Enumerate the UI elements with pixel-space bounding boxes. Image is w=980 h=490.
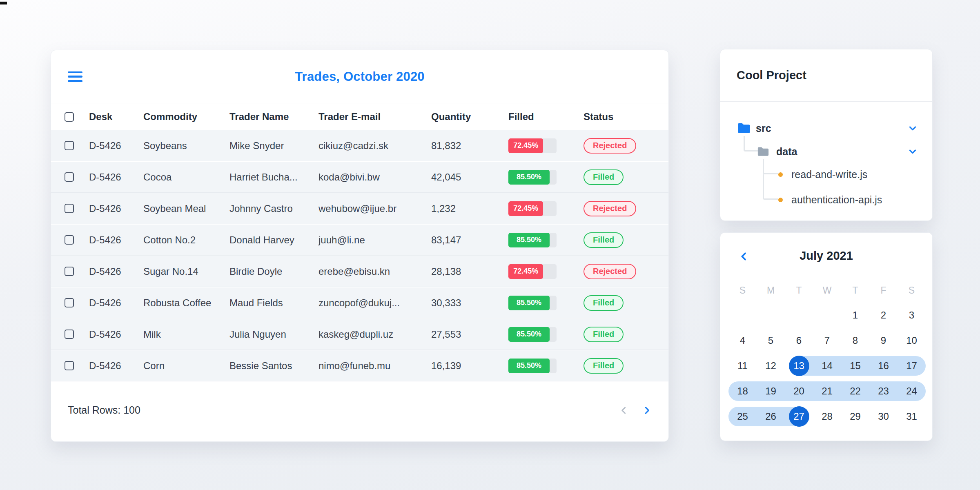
calendar-day[interactable]: 27 [785, 404, 813, 429]
status-badge: Rejected [584, 138, 636, 154]
row-checkbox[interactable] [65, 172, 74, 182]
calendar-day[interactable]: 13 [785, 353, 813, 379]
menu-icon[interactable] [68, 71, 82, 82]
calendar-day[interactable]: 21 [813, 379, 841, 404]
chevron-down-icon[interactable] [907, 123, 918, 134]
tree-item-src[interactable]: src [737, 119, 771, 137]
calendar-week-row: 25262728293031 [728, 404, 926, 429]
row-checkbox[interactable] [65, 267, 74, 276]
tree-item-label: authentication-api.js [791, 194, 882, 206]
tree-item-file[interactable]: read-and-write.js [778, 165, 867, 183]
calendar-day[interactable]: 28 [813, 404, 841, 429]
row-checkbox[interactable] [65, 361, 74, 370]
tree-connector [763, 159, 778, 174]
col-header-trader-name: Trader Name [229, 111, 318, 122]
status-badge: Filled [584, 232, 624, 248]
filled-progress-bar: 85.50% [508, 359, 557, 373]
calendar-day[interactable]: 18 [728, 379, 757, 404]
calendar-day[interactable]: 5 [757, 328, 785, 353]
filled-percent-label: 85.50% [517, 361, 541, 370]
calendar-day[interactable]: 26 [757, 404, 785, 429]
calendar-day[interactable]: 30 [869, 404, 898, 429]
calendar-grid: 1234567891011121314151617181920212223242… [728, 303, 926, 429]
calendar-day[interactable]: 20 [785, 379, 813, 404]
calendar-day[interactable]: 14 [813, 353, 841, 379]
day-of-week-label: T [785, 282, 813, 299]
calendar-day[interactable]: 2 [869, 303, 898, 328]
row-checkbox[interactable] [65, 204, 74, 213]
cell-trader-name: Maud Fields [229, 297, 318, 309]
calendar-day[interactable]: 29 [841, 404, 869, 429]
cell-quantity: 30,333 [431, 297, 508, 309]
cell-trader-name: Harriet Bucha... [229, 172, 318, 183]
cell-trader-email: zuncopof@dukuj... [318, 297, 431, 309]
row-checkbox[interactable] [65, 141, 74, 150]
calendar-day[interactable]: 24 [898, 379, 926, 404]
calendar-day[interactable]: 12 [757, 353, 785, 379]
cell-trader-name: Bessie Santos [229, 360, 318, 372]
table-row: D-5426 Sugar No.14 Birdie Doyle erebe@eb… [51, 256, 668, 287]
table-row: D-5426 Corn Bessie Santos nimo@funeb.mu … [51, 350, 668, 381]
select-all-checkbox[interactable] [65, 112, 74, 122]
cell-desk: D-5426 [89, 329, 143, 340]
tree-item-file[interactable]: authentication-api.js [778, 191, 882, 209]
calendar-day[interactable]: 23 [869, 379, 898, 404]
calendar-day[interactable]: 31 [898, 404, 926, 429]
col-header-status: Status [584, 111, 655, 122]
tree-connector [744, 136, 758, 151]
cell-commodity: Sugar No.14 [143, 266, 229, 277]
col-header-trader-email: Trader E-mail [318, 111, 431, 122]
trades-title: Trades, October 2020 [51, 69, 668, 84]
table-row: D-5426 Cocoa Harriet Bucha... koda@bivi.… [51, 162, 668, 193]
calendar-day[interactable]: 8 [841, 328, 869, 353]
calendar-day-empty [757, 303, 785, 328]
tree-item-label: src [756, 122, 771, 134]
tree-item-label: read-and-write.js [791, 169, 867, 180]
calendar-day[interactable]: 4 [728, 328, 757, 353]
cell-trader-name: Donald Harvey [229, 234, 318, 246]
calendar-day[interactable]: 25 [728, 404, 757, 429]
row-checkbox[interactable] [65, 298, 74, 307]
table-row: D-5426 Robusta Coffee Maud Fields zuncop… [51, 287, 668, 318]
row-checkbox[interactable] [65, 235, 74, 245]
calendar-day[interactable]: 15 [841, 353, 869, 379]
project-title: Cool Project [737, 69, 806, 82]
folder-icon [757, 147, 769, 157]
calendar-day[interactable]: 1 [841, 303, 869, 328]
cell-trader-email: juuh@li.ne [318, 234, 431, 246]
cell-trader-name: Mike Snyder [229, 140, 318, 151]
calendar-day[interactable]: 10 [898, 328, 926, 353]
calendar-day[interactable]: 22 [841, 379, 869, 404]
calendar-day[interactable]: 6 [785, 328, 813, 353]
calendar-title: July 2021 [720, 249, 932, 263]
day-of-week-label: S [728, 282, 757, 299]
calendar-day[interactable]: 7 [813, 328, 841, 353]
calendar-week-row: 18192021222324 [728, 379, 926, 404]
chevron-right-icon[interactable] [641, 404, 653, 416]
tree-item-data[interactable]: data [757, 143, 797, 160]
calendar-day-empty [728, 303, 757, 328]
calendar-day[interactable]: 9 [869, 328, 898, 353]
screen-artifact [0, 2, 7, 4]
calendar-day[interactable]: 3 [898, 303, 926, 328]
cell-desk: D-5426 [89, 266, 143, 277]
cell-quantity: 81,832 [431, 140, 508, 151]
calendar-day[interactable]: 19 [757, 379, 785, 404]
table-header-row: Desk Commodity Trader Name Trader E-mail… [51, 103, 668, 130]
cell-commodity: Robusta Coffee [143, 297, 229, 309]
chevron-left-icon[interactable] [618, 404, 630, 416]
calendar-day[interactable]: 16 [869, 353, 898, 379]
filled-percent-label: 72.45% [513, 204, 538, 213]
cell-desk: D-5426 [89, 140, 143, 151]
filled-progress-bar: 85.50% [508, 327, 557, 342]
col-header-commodity: Commodity [143, 111, 229, 122]
day-of-week-label: M [757, 282, 785, 299]
project-card: Cool Project src data read [720, 49, 933, 221]
calendar-day[interactable]: 11 [728, 353, 757, 379]
row-checkbox[interactable] [65, 330, 74, 339]
calendar-day[interactable]: 17 [898, 353, 926, 379]
day-of-week-label: F [869, 282, 898, 299]
status-badge: Filled [584, 169, 624, 185]
chevron-down-icon[interactable] [907, 146, 918, 157]
dot-icon [778, 172, 783, 177]
